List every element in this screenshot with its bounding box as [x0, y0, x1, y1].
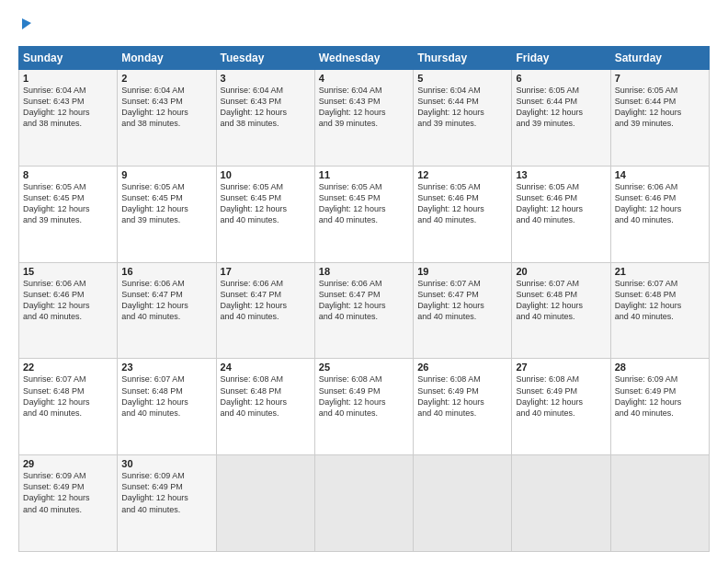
day-info: Sunrise: 6:07 AM Sunset: 6:47 PM Dayligh… — [417, 278, 507, 323]
day-info: Sunrise: 6:09 AM Sunset: 6:49 PM Dayligh… — [121, 470, 211, 515]
calendar-header-thursday: Thursday — [414, 47, 512, 70]
calendar-cell — [414, 455, 512, 552]
calendar-week-row: 8Sunrise: 6:05 AM Sunset: 6:45 PM Daylig… — [19, 166, 710, 262]
calendar-cell: 26Sunrise: 6:08 AM Sunset: 6:49 PM Dayli… — [414, 359, 512, 455]
day-info: Sunrise: 6:06 AM Sunset: 6:46 PM Dayligh… — [615, 181, 705, 226]
day-info: Sunrise: 6:04 AM Sunset: 6:44 PM Dayligh… — [417, 85, 507, 130]
calendar-header-saturday: Saturday — [610, 47, 709, 70]
day-info: Sunrise: 6:05 AM Sunset: 6:44 PM Dayligh… — [615, 85, 705, 130]
day-info: Sunrise: 6:05 AM Sunset: 6:45 PM Dayligh… — [121, 181, 211, 226]
day-info: Sunrise: 6:06 AM Sunset: 6:46 PM Dayligh… — [23, 278, 113, 323]
calendar-cell: 3Sunrise: 6:04 AM Sunset: 6:43 PM Daylig… — [216, 70, 314, 167]
day-number: 16 — [121, 266, 211, 277]
calendar-cell: 10Sunrise: 6:05 AM Sunset: 6:45 PM Dayli… — [216, 166, 314, 262]
calendar-cell: 17Sunrise: 6:06 AM Sunset: 6:47 PM Dayli… — [216, 262, 314, 359]
day-info: Sunrise: 6:07 AM Sunset: 6:48 PM Dayligh… — [121, 373, 211, 419]
day-info: Sunrise: 6:08 AM Sunset: 6:48 PM Dayligh… — [221, 373, 311, 419]
calendar-header-tuesday: Tuesday — [216, 47, 314, 70]
calendar-cell: 28Sunrise: 6:09 AM Sunset: 6:49 PM Dayli… — [610, 359, 709, 455]
calendar-cell: 15Sunrise: 6:06 AM Sunset: 6:46 PM Dayli… — [19, 262, 118, 359]
calendar-cell: 16Sunrise: 6:06 AM Sunset: 6:47 PM Dayli… — [118, 262, 216, 359]
day-number: 17 — [221, 266, 311, 277]
day-number: 5 — [417, 73, 507, 84]
calendar-week-row: 1Sunrise: 6:04 AM Sunset: 6:43 PM Daylig… — [19, 70, 710, 167]
calendar-header-monday: Monday — [118, 47, 216, 70]
calendar-cell — [512, 455, 610, 552]
header — [18, 17, 710, 37]
calendar-cell: 24Sunrise: 6:08 AM Sunset: 6:48 PM Dayli… — [216, 359, 314, 455]
calendar-cell: 20Sunrise: 6:07 AM Sunset: 6:48 PM Dayli… — [512, 262, 610, 359]
day-info: Sunrise: 6:05 AM Sunset: 6:45 PM Dayligh… — [23, 181, 113, 226]
day-number: 28 — [615, 362, 705, 373]
calendar-cell: 18Sunrise: 6:06 AM Sunset: 6:47 PM Dayli… — [314, 262, 413, 359]
day-number: 25 — [319, 362, 409, 373]
day-info: Sunrise: 6:04 AM Sunset: 6:43 PM Dayligh… — [23, 85, 113, 130]
day-info: Sunrise: 6:09 AM Sunset: 6:49 PM Dayligh… — [23, 470, 113, 515]
day-number: 19 — [417, 266, 507, 277]
calendar-cell — [216, 455, 314, 552]
calendar-cell: 19Sunrise: 6:07 AM Sunset: 6:47 PM Dayli… — [414, 262, 512, 359]
calendar-cell: 27Sunrise: 6:08 AM Sunset: 6:49 PM Dayli… — [512, 359, 610, 455]
calendar-cell: 12Sunrise: 6:05 AM Sunset: 6:46 PM Dayli… — [414, 166, 512, 262]
day-number: 7 — [615, 73, 705, 84]
day-number: 15 — [23, 266, 113, 277]
calendar-cell: 6Sunrise: 6:05 AM Sunset: 6:44 PM Daylig… — [512, 70, 610, 167]
calendar-header-wednesday: Wednesday — [314, 47, 413, 70]
calendar-cell: 1Sunrise: 6:04 AM Sunset: 6:43 PM Daylig… — [19, 70, 118, 167]
day-info: Sunrise: 6:06 AM Sunset: 6:47 PM Dayligh… — [121, 278, 211, 323]
day-info: Sunrise: 6:09 AM Sunset: 6:49 PM Dayligh… — [615, 373, 705, 419]
logo — [18, 17, 35, 37]
calendar-cell: 9Sunrise: 6:05 AM Sunset: 6:45 PM Daylig… — [118, 166, 216, 262]
day-number: 29 — [23, 458, 113, 469]
day-number: 12 — [417, 169, 507, 180]
day-number: 30 — [121, 458, 211, 469]
day-number: 6 — [516, 73, 606, 84]
day-number: 21 — [615, 266, 705, 277]
day-number: 11 — [319, 169, 409, 180]
day-number: 1 — [23, 73, 113, 84]
day-info: Sunrise: 6:05 AM Sunset: 6:44 PM Dayligh… — [516, 85, 606, 130]
day-number: 2 — [121, 73, 211, 84]
day-number: 10 — [221, 169, 311, 180]
calendar-cell: 13Sunrise: 6:05 AM Sunset: 6:46 PM Dayli… — [512, 166, 610, 262]
day-number: 22 — [23, 362, 113, 373]
day-info: Sunrise: 6:06 AM Sunset: 6:47 PM Dayligh… — [319, 278, 409, 323]
day-info: Sunrise: 6:08 AM Sunset: 6:49 PM Dayligh… — [417, 373, 507, 419]
day-info: Sunrise: 6:04 AM Sunset: 6:43 PM Dayligh… — [121, 85, 211, 130]
day-number: 4 — [319, 73, 409, 84]
day-info: Sunrise: 6:08 AM Sunset: 6:49 PM Dayligh… — [516, 373, 606, 419]
calendar-cell — [610, 455, 709, 552]
calendar-cell: 5Sunrise: 6:04 AM Sunset: 6:44 PM Daylig… — [414, 70, 512, 167]
calendar-week-row: 22Sunrise: 6:07 AM Sunset: 6:48 PM Dayli… — [19, 359, 710, 455]
day-info: Sunrise: 6:05 AM Sunset: 6:45 PM Dayligh… — [319, 181, 409, 226]
day-number: 8 — [23, 169, 113, 180]
calendar-week-row: 29Sunrise: 6:09 AM Sunset: 6:49 PM Dayli… — [19, 455, 710, 552]
day-number: 23 — [121, 362, 211, 373]
calendar-cell: 14Sunrise: 6:06 AM Sunset: 6:46 PM Dayli… — [610, 166, 709, 262]
calendar-cell: 25Sunrise: 6:08 AM Sunset: 6:49 PM Dayli… — [314, 359, 413, 455]
calendar-cell: 30Sunrise: 6:09 AM Sunset: 6:49 PM Dayli… — [118, 455, 216, 552]
calendar-header-row: SundayMondayTuesdayWednesdayThursdayFrid… — [19, 47, 710, 70]
svg-marker-0 — [22, 18, 31, 29]
day-number: 18 — [319, 266, 409, 277]
logo-wrapper — [18, 17, 35, 37]
calendar-cell: 4Sunrise: 6:04 AM Sunset: 6:43 PM Daylig… — [314, 70, 413, 167]
calendar-cell: 29Sunrise: 6:09 AM Sunset: 6:49 PM Dayli… — [19, 455, 118, 552]
calendar-cell: 22Sunrise: 6:07 AM Sunset: 6:48 PM Dayli… — [19, 359, 118, 455]
calendar-header-friday: Friday — [512, 47, 610, 70]
calendar-table: SundayMondayTuesdayWednesdayThursdayFrid… — [18, 46, 710, 552]
day-number: 20 — [516, 266, 606, 277]
day-number: 9 — [121, 169, 211, 180]
day-number: 13 — [516, 169, 606, 180]
calendar-cell: 8Sunrise: 6:05 AM Sunset: 6:45 PM Daylig… — [19, 166, 118, 262]
day-info: Sunrise: 6:04 AM Sunset: 6:43 PM Dayligh… — [319, 85, 409, 130]
day-info: Sunrise: 6:05 AM Sunset: 6:46 PM Dayligh… — [417, 181, 507, 226]
calendar-cell: 7Sunrise: 6:05 AM Sunset: 6:44 PM Daylig… — [610, 70, 709, 167]
calendar-cell: 11Sunrise: 6:05 AM Sunset: 6:45 PM Dayli… — [314, 166, 413, 262]
day-info: Sunrise: 6:07 AM Sunset: 6:48 PM Dayligh… — [23, 373, 113, 419]
calendar-cell: 2Sunrise: 6:04 AM Sunset: 6:43 PM Daylig… — [118, 70, 216, 167]
day-info: Sunrise: 6:05 AM Sunset: 6:46 PM Dayligh… — [516, 181, 606, 226]
day-number: 3 — [221, 73, 311, 84]
day-info: Sunrise: 6:05 AM Sunset: 6:45 PM Dayligh… — [221, 181, 311, 226]
day-number: 26 — [417, 362, 507, 373]
